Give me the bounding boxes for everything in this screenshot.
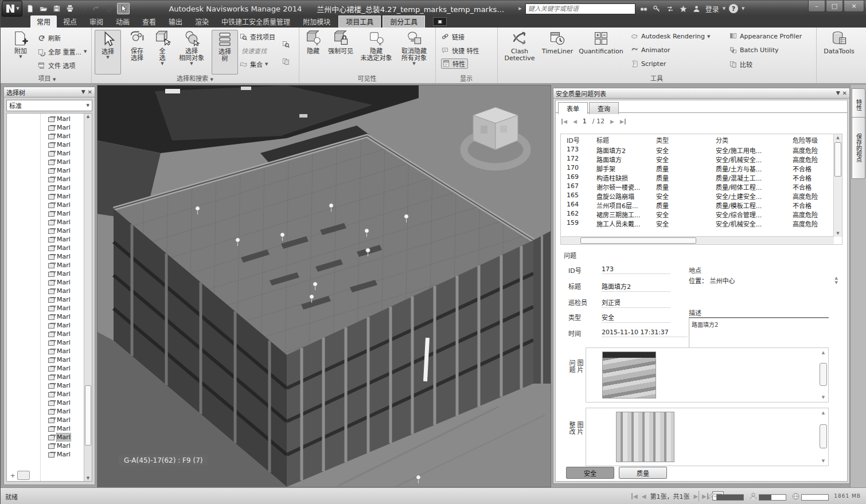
table-hscroll-thumb[interactable] [580,237,696,244]
table-row[interactable]: 169构造柱缺损质量质量/混凝土工...不合格 [561,173,826,182]
find-items-button[interactable]: 查找项目 [239,32,275,41]
tree-item[interactable]: Marl [7,252,84,261]
panel-collapse-icon[interactable]: ▼ [81,89,85,95]
tree-item[interactable]: Marl [7,373,84,381]
ribbon-tab[interactable]: 附加模块 [297,15,337,28]
issues-tab[interactable]: 表单 [558,102,588,114]
selection-inspector-button[interactable] [282,57,290,66]
table-row[interactable]: 173路面填方2安全安全/施工用电...高度危险 [561,146,826,155]
tree-item[interactable]: Marl [7,201,84,209]
column-header[interactable]: 分类 [710,135,787,144]
timeliner-button[interactable]: TimeLiner [540,30,575,75]
ribbon-tab[interactable]: 视点 [57,15,83,28]
footer-button-safety[interactable]: 安全 [566,467,614,479]
ribbon-tab[interactable]: 输出 [162,15,189,28]
user-icon[interactable] [692,3,702,14]
tree-item[interactable]: Marl [7,183,84,192]
tree-item[interactable]: Marl [7,398,84,407]
tree-item[interactable]: Marl [7,192,84,201]
3d-viewport[interactable]: G-A(45)-17(62) : F9 (7) [97,85,551,487]
search-input[interactable] [525,3,635,14]
rectify-image-scrollbar[interactable]: ▲▼ [820,411,827,463]
table-vscroll-thumb[interactable] [834,142,841,177]
visibility-group-label[interactable]: 可见性 [299,73,435,83]
sets-button[interactable]: 集合▼ [239,60,268,69]
issue-marker-pin[interactable] [404,214,409,219]
location-scroll-arrows[interactable]: ▲▼ [835,276,838,285]
contextual-tab[interactable]: 剖分工具 [383,15,425,28]
tree-item[interactable]: Marl [7,175,84,183]
table-row[interactable]: 165盘旋公路崩塌安全安全/土建安全...高度危险 [561,192,826,201]
ribbon-options-button[interactable]: ▣ [433,17,447,26]
issue-photo[interactable] [602,351,656,398]
tree-item[interactable]: Marl [7,338,84,347]
ribbon-tab[interactable]: 中铁建工安全质量管理 [215,15,297,28]
ribbon-tab[interactable]: 常用 [30,15,57,28]
table-row[interactable]: 170脚手架质量质量/土方与基...不合格 [561,164,826,173]
tools-group-label[interactable]: 工具 [497,73,816,83]
tree-item[interactable]: Marl [7,244,84,252]
exchange-icon[interactable] [665,3,676,14]
maximize-button[interactable]: □ [826,1,843,12]
table-row[interactable]: 167谢尔顿一楼瓷...质量质量/砌体工程...不合格 [561,182,826,192]
issue-marker-pin[interactable] [364,228,369,233]
issue-marker-pin[interactable] [365,248,370,253]
prev-page-button[interactable]: ◀ [573,119,577,124]
prev-sheet-button[interactable]: ◀ [642,493,646,499]
tree-item[interactable]: Marl [7,312,84,321]
save-selection-button[interactable]: 保存 选择 [123,30,151,75]
refresh-button[interactable] [104,3,115,14]
first-page-button[interactable]: ◀ [561,119,567,124]
help-icon[interactable]: ? [729,4,738,13]
tree-item[interactable]: Marl [7,450,84,459]
quantification-button[interactable]: Quantification [578,30,625,75]
footer-button-quality[interactable]: 质量 [619,467,667,479]
ribbon-tab[interactable]: 查看 [136,15,162,28]
issue-marker-pin[interactable] [313,282,318,287]
tree-item[interactable]: Marl [7,330,84,338]
tree-item[interactable]: Marl [7,123,84,132]
issue-marker-pin[interactable] [195,206,200,211]
appearance-profiler-button[interactable]: Appearance Profiler [729,32,802,41]
table-vertical-scrollbar[interactable]: ▲ ▼ [833,134,842,237]
unhide-all-button[interactable]: 取消隐藏 所有对象▼ [396,30,432,75]
issue-marker-pin[interactable] [309,294,314,299]
tree-expand-icon[interactable]: + [10,472,15,479]
minimize-button[interactable]: – [808,1,825,12]
redo-button[interactable] [91,3,102,14]
table-row[interactable]: 172路面填方安全安全/机械安全...高度危险 [561,155,826,164]
select-cursor-button[interactable] [117,3,130,14]
key-icon[interactable] [652,3,662,14]
issues-tab[interactable]: 查询 [589,102,619,114]
panel-close-icon[interactable]: ✕ [88,89,92,95]
table-row[interactable]: 164兰州项目6层...质量质量/模板工程...不合格 [561,201,826,210]
tree-item[interactable]: Marl [7,442,84,450]
tree-scrollbar[interactable]: ▲ ▼ [84,114,92,481]
select-search-group-label[interactable]: 选择和搜索 ▼ [91,73,299,83]
display-group-label[interactable]: 显示 [435,73,497,83]
tree-scrollbar-thumb[interactable] [85,385,91,446]
tree-item[interactable]: Marl [7,149,84,158]
panel-close-icon[interactable]: ✕ [842,90,847,96]
tree-filter-dropdown[interactable]: 标准 ▼ [6,100,92,111]
last-page-button[interactable]: ▶ [620,119,626,124]
links-button[interactable]: 链接 [441,32,465,41]
datatools-button[interactable]: DataTools [822,30,856,75]
column-header[interactable]: 标题 [591,135,650,144]
refresh-button[interactable]: 刷新 [37,33,61,42]
tree-item[interactable]: Marl [7,140,84,149]
tree-item[interactable]: Marl [7,355,84,364]
tree-item[interactable]: Marl [7,295,84,304]
application-menu-button[interactable]: ▼ [2,1,22,17]
tree-item[interactable]: Marl [7,416,84,424]
tree-item[interactable]: Marl [7,347,84,355]
quick-properties-button[interactable]: 快捷 特性 [441,46,479,55]
clash-detective-button[interactable]: Clash Detective [502,30,537,75]
autodesk-rendering-button[interactable]: Autodesk Rendering▼ [630,32,710,41]
first-sheet-button[interactable]: ◀ [631,493,638,499]
issue-marker-pin[interactable] [329,203,334,208]
hide-unselected-button[interactable]: 隐藏 未选定对象 [358,30,394,75]
save-button[interactable] [51,3,63,14]
issue-marker-pin[interactable] [235,237,240,243]
tab-saved-viewpoints[interactable]: 保存的视点 [852,117,865,179]
